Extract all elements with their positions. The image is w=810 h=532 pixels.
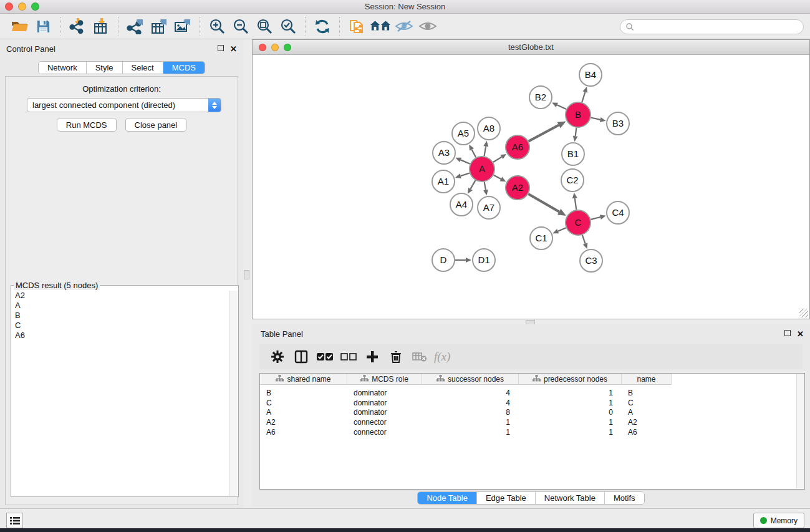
table-cell[interactable]: 0 [519, 408, 622, 418]
table-row[interactable]: A6connector11A6 [260, 428, 796, 438]
import-table-icon[interactable] [91, 16, 111, 36]
table-cell[interactable]: A6 [622, 428, 672, 438]
tab-edge-table[interactable]: Edge Table [477, 492, 536, 504]
export-network-icon[interactable] [125, 16, 145, 36]
table-cell[interactable]: A2 [622, 418, 672, 428]
table-cell[interactable]: A [622, 408, 672, 418]
table-cell[interactable]: C [622, 399, 672, 409]
refresh-icon[interactable] [312, 16, 332, 36]
edge-A-A4[interactable] [471, 180, 476, 189]
delete-column-icon[interactable] [387, 347, 405, 366]
table-cell[interactable]: 1 [422, 418, 519, 428]
memory-button[interactable]: Memory [753, 513, 804, 528]
edge-A2-C[interactable] [528, 194, 559, 212]
table-cell[interactable]: 1 [519, 428, 622, 438]
edge-B-B1[interactable] [576, 128, 577, 136]
result-scrollbar[interactable] [229, 291, 238, 496]
zoom-in-icon[interactable] [207, 16, 227, 36]
zoom-out-icon[interactable] [231, 16, 251, 36]
split-columns-icon[interactable] [292, 347, 311, 366]
new-network-icon[interactable] [347, 16, 367, 36]
table-float-panel-icon[interactable] [784, 329, 791, 338]
select-all-checkboxes-icon[interactable] [316, 347, 334, 366]
tab-motifs[interactable]: Motifs [605, 492, 644, 504]
table-cell[interactable]: 4 [422, 389, 519, 399]
table-cell[interactable]: A2 [260, 418, 347, 428]
edge-C-C4[interactable] [591, 217, 600, 220]
vertical-splitter-handle[interactable] [244, 270, 249, 279]
table-cell[interactable]: A6 [260, 428, 347, 438]
table-cell[interactable]: C [260, 399, 347, 409]
tab-network[interactable]: Network [39, 62, 87, 74]
table-row[interactable]: Adominator80A [260, 408, 796, 418]
zoom-window-button[interactable] [31, 2, 39, 11]
settings-gear-icon[interactable] [268, 347, 287, 366]
edge-A-A6[interactable] [493, 157, 502, 162]
edge-C-C3[interactable] [582, 235, 586, 244]
edge-A-A8[interactable] [485, 147, 486, 157]
network-window-titlebar[interactable]: testGlobe.txt [253, 40, 809, 55]
run-mcds-button[interactable]: Run MCDS [57, 118, 117, 132]
tab-network-table[interactable]: Network Table [536, 492, 605, 504]
zoom-selected-icon[interactable] [278, 16, 298, 36]
save-session-icon[interactable] [33, 16, 53, 36]
mcds-result-item[interactable]: A [12, 301, 228, 311]
import-network-icon[interactable] [67, 16, 87, 36]
network-minimize-button[interactable] [271, 44, 279, 51]
edge-A-A5[interactable] [472, 150, 476, 158]
table-cell[interactable]: 1 [519, 418, 622, 428]
network-zoom-button[interactable] [284, 44, 291, 51]
close-panel-button[interactable]: Close panel [125, 118, 187, 132]
search-input[interactable] [620, 19, 804, 34]
close-window-button[interactable] [5, 2, 13, 11]
edge-A-A2[interactable] [494, 175, 501, 179]
table-cell[interactable]: dominator [347, 408, 422, 418]
column-header-name[interactable]: name [622, 374, 672, 385]
table-row[interactable]: Bdominator41B [260, 389, 796, 399]
edge-B-B3[interactable] [591, 117, 600, 119]
column-header-predecessor-nodes[interactable]: predecessor nodes [519, 374, 622, 385]
minimize-window-button[interactable] [18, 2, 26, 11]
deselect-all-checkboxes-icon[interactable] [339, 347, 358, 366]
table-cell[interactable]: 1 [519, 399, 622, 409]
mcds-result-item[interactable]: B [12, 311, 228, 321]
edge-A-A7[interactable] [485, 182, 486, 190]
table-cell[interactable]: A [260, 408, 347, 418]
edge-A-A3[interactable] [461, 160, 470, 163]
float-panel-icon[interactable] [218, 44, 224, 53]
edge-A6-B[interactable] [529, 125, 559, 142]
tab-mcds[interactable]: MCDS [163, 62, 205, 74]
table-cell[interactable]: 8 [422, 408, 519, 418]
tab-select[interactable]: Select [123, 62, 163, 74]
edge-A-A1[interactable] [461, 173, 470, 176]
table-cell[interactable]: B [260, 389, 347, 399]
table-cell[interactable]: 1 [519, 389, 622, 399]
home-icon[interactable] [370, 16, 390, 36]
window-controls[interactable] [5, 2, 39, 11]
export-table-icon[interactable] [149, 16, 169, 36]
table-cell[interactable]: 1 [422, 428, 519, 438]
column-header-successor-nodes[interactable]: successor nodes [422, 374, 519, 385]
hide-graphics-details-icon[interactable] [394, 16, 414, 36]
edge-B-B2[interactable] [557, 105, 566, 109]
node-table[interactable]: shared nameMCDS rolesuccessor nodesprede… [259, 373, 805, 490]
mcds-result-list[interactable]: A2ABCA6 [12, 291, 228, 495]
add-column-icon[interactable] [363, 347, 382, 366]
export-image-icon[interactable] [173, 16, 193, 36]
tab-style[interactable]: Style [87, 62, 123, 74]
table-cell[interactable]: 4 [422, 399, 519, 409]
table-row[interactable]: A2connector11A2 [260, 418, 796, 428]
mcds-result-item[interactable]: A2 [12, 291, 228, 301]
open-file-icon[interactable] [9, 16, 29, 36]
table-cell[interactable]: dominator [347, 389, 422, 399]
tab-node-table[interactable]: Node Table [418, 492, 477, 504]
column-header-MCDS-role[interactable]: MCDS role [347, 374, 422, 385]
edge-C-C1[interactable] [558, 228, 566, 231]
edge-B-B4[interactable] [582, 92, 585, 102]
column-header-shared-name[interactable]: shared name [260, 374, 347, 385]
show-graphics-details-icon[interactable] [418, 16, 438, 36]
close-panel-icon[interactable]: ✕ [230, 44, 237, 54]
optimization-criterion-select[interactable]: largest connected component (directed) [27, 98, 221, 112]
table-row[interactable]: Cdominator41C [260, 399, 796, 409]
mcds-result-item[interactable]: C [12, 321, 228, 331]
